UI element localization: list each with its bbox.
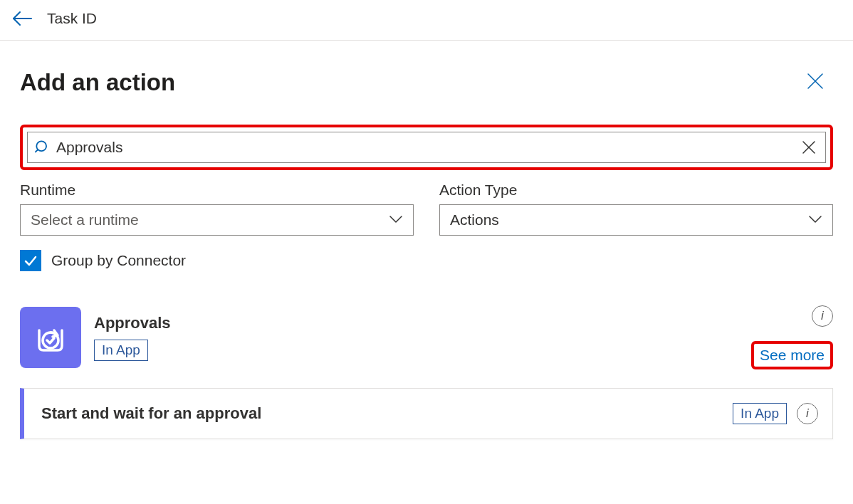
svg-line-4 xyxy=(36,149,38,152)
context-title: Task ID xyxy=(47,10,97,27)
see-more-highlight-annotation: See more xyxy=(751,341,833,369)
search-highlight-annotation xyxy=(20,125,833,170)
connector-info-button[interactable]: i xyxy=(812,305,833,327)
connector-badge: In App xyxy=(94,340,148,361)
search-box[interactable] xyxy=(27,132,826,163)
action-badge: In App xyxy=(733,403,787,424)
search-clear-button[interactable] xyxy=(800,138,818,157)
connector-left: Approvals In App xyxy=(20,307,171,368)
runtime-select[interactable]: Select a runtime xyxy=(20,204,414,236)
back-arrow-button[interactable] xyxy=(11,10,33,27)
connector-right: i See more xyxy=(751,305,833,369)
checkmark-icon xyxy=(23,253,38,268)
group-by-connector-row: Group by Connector xyxy=(20,250,833,271)
chevron-down-icon xyxy=(389,214,403,226)
action-type-select-text: Actions xyxy=(450,211,499,229)
x-icon xyxy=(801,140,817,155)
panel-title-row: Add an action xyxy=(20,69,833,96)
action-item[interactable]: Start and wait for an approval In App i xyxy=(20,388,833,439)
approvals-connector-icon xyxy=(20,307,81,368)
panel-content: Add an action xyxy=(0,41,853,453)
filters-row: Runtime Select a runtime Action Type Act… xyxy=(20,182,833,236)
panel-close-button[interactable] xyxy=(803,69,827,96)
top-header: Task ID xyxy=(0,0,853,41)
search-icon xyxy=(35,140,51,155)
group-by-connector-label: Group by Connector xyxy=(51,252,186,269)
panel-title: Add an action xyxy=(20,69,175,96)
action-type-label: Action Type xyxy=(439,182,833,199)
action-type-select[interactable]: Actions xyxy=(439,204,833,236)
info-icon: i xyxy=(821,309,824,323)
runtime-filter: Runtime Select a runtime xyxy=(20,182,414,236)
runtime-select-text: Select a runtime xyxy=(31,211,139,229)
info-icon: i xyxy=(806,406,809,421)
chevron-down-icon xyxy=(808,214,822,226)
connector-name: Approvals xyxy=(94,314,171,332)
close-icon xyxy=(806,72,825,90)
action-info-button[interactable]: i xyxy=(797,403,818,424)
action-name: Start and wait for an approval xyxy=(41,404,261,423)
approvals-icon xyxy=(31,317,70,357)
group-by-connector-checkbox[interactable] xyxy=(20,250,41,271)
action-type-filter: Action Type Actions xyxy=(439,182,833,236)
action-right: In App i xyxy=(733,403,818,424)
search-input[interactable] xyxy=(56,139,794,156)
connector-meta: Approvals In App xyxy=(94,314,171,361)
see-more-link[interactable]: See more xyxy=(760,347,825,363)
connector-header: Approvals In App i See more xyxy=(20,305,833,369)
runtime-label: Runtime xyxy=(20,182,414,199)
arrow-left-icon xyxy=(11,10,33,27)
